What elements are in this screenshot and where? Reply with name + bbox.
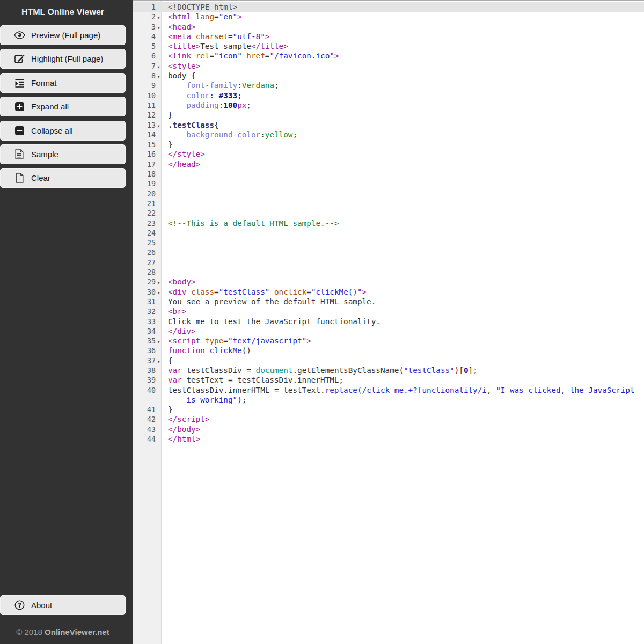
- code-line-24[interactable]: 24: [133, 228, 644, 238]
- code-token: function: [168, 346, 205, 355]
- sidebar-button-collapse-all[interactable]: Collapse all: [0, 121, 126, 141]
- line-number: 13: [133, 121, 156, 130]
- code-line-10[interactable]: 10 color: #333;: [133, 91, 644, 100]
- fold-arrow-icon[interactable]: ▾: [156, 13, 162, 23]
- code-token: [168, 101, 186, 109]
- code-token: <!DOCTYPE html>: [168, 3, 237, 11]
- copyright-site: OnlineViewer.net: [45, 627, 109, 636]
- code-line-37[interactable]: 37▾{: [133, 356, 644, 365]
- line-number: 36: [133, 346, 156, 356]
- code-line-3[interactable]: 3▾<head>: [133, 22, 644, 32]
- code-line-18[interactable]: 18: [133, 169, 644, 179]
- code-text: </style>: [162, 150, 205, 158]
- code-token: </title>: [251, 42, 288, 50]
- code-token: [168, 91, 186, 100]
- code-line-40[interactable]: 40testClassDiv.innerHTML = testText.repl…: [133, 385, 644, 395]
- code-token: "text/javascript": [228, 336, 306, 345]
- code-line-42[interactable]: 42</script>: [133, 414, 644, 424]
- code-line-2[interactable]: 2▾<html lang="en">: [133, 12, 644, 21]
- code-line-38[interactable]: 38var testClassDiv = document.getElement…: [133, 365, 644, 375]
- code-token: >: [265, 32, 270, 41]
- code-token: =: [223, 336, 228, 345]
- sidebar-button-sample[interactable]: Sample: [0, 144, 126, 164]
- sidebar-button-preview[interactable]: Preview (Full page): [0, 25, 126, 45]
- code-token: document: [256, 366, 293, 375]
- fold-arrow-icon[interactable]: ▾: [156, 278, 162, 288]
- code-text: }: [162, 405, 173, 414]
- blank-page-icon: [13, 173, 25, 184]
- code-line-17[interactable]: 17</head>: [133, 159, 644, 169]
- code-line-4[interactable]: 4<meta charset="utf-8">: [133, 32, 644, 41]
- code-line-15[interactable]: 15}: [133, 140, 644, 149]
- code-token: <meta: [168, 32, 196, 41]
- code-line-23[interactable]: 23<!--This is a default HTML sample.-->: [133, 218, 644, 228]
- line-number: 38: [133, 366, 156, 376]
- code-line-30[interactable]: 30▾<div class="testClass" onclick="click…: [133, 287, 644, 297]
- code-line-41[interactable]: 41}: [133, 405, 644, 414]
- code-line-36[interactable]: 36function clickMe(): [133, 346, 644, 355]
- code-line-27[interactable]: 27: [133, 258, 644, 267]
- code-line-32[interactable]: 32<br>: [133, 306, 644, 316]
- sidebar-button-highlight[interactable]: Highlight (Full page): [0, 49, 126, 69]
- code-line-19[interactable]: 19: [133, 179, 644, 188]
- code-line-20[interactable]: 20: [133, 189, 644, 199]
- line-number: 15: [133, 140, 156, 150]
- code-line-8[interactable]: 8▾body {: [133, 71, 644, 80]
- code-line-39[interactable]: 39var testText = testClassDiv.innerHTML;: [133, 375, 644, 385]
- code-text: <div class="testClass" onclick="clickMe(…: [162, 288, 367, 296]
- code-text: <script type="text/javascript">: [162, 336, 311, 345]
- sidebar-button-expand-all[interactable]: Expand all: [0, 97, 126, 116]
- line-number: 29: [133, 277, 156, 287]
- code-text: [162, 179, 168, 188]
- code-line-25[interactable]: 25: [133, 238, 644, 247]
- sidebar-button-clear[interactable]: Clear: [0, 168, 126, 188]
- code-token: font-family: [186, 81, 237, 90]
- code-line-7[interactable]: 7▾<style>: [133, 61, 644, 71]
- code-line-14[interactable]: 14 background-color:yellow;: [133, 130, 644, 140]
- sidebar-button-label: Preview (Full page): [31, 31, 100, 40]
- code-line-wrap[interactable]: is working");: [133, 395, 644, 405]
- code-token: "icon": [214, 52, 242, 60]
- code-token: testClassDiv =: [182, 366, 256, 375]
- code-line-11[interactable]: 11 padding:100px;: [133, 100, 644, 110]
- code-token: type: [205, 336, 223, 345]
- code-line-1[interactable]: 1<!DOCTYPE html>: [133, 2, 644, 12]
- format-icon: [13, 77, 25, 88]
- code-text: color: #333;: [162, 91, 242, 100]
- line-number: 31: [133, 297, 156, 307]
- code-token: ;: [292, 130, 297, 139]
- code-text: [162, 209, 168, 217]
- code-line-28[interactable]: 28: [133, 267, 644, 277]
- code-line-9[interactable]: 9 font-family:Verdana;: [133, 80, 644, 90]
- code-line-13[interactable]: 13▾.testClass{: [133, 120, 644, 130]
- code-line-44[interactable]: 44</html>: [133, 434, 644, 444]
- code-token: /click me.+?functionality/i: [362, 386, 487, 394]
- sidebar-button-format[interactable]: Format: [0, 73, 126, 93]
- line-number: 17: [133, 160, 156, 170]
- copyright-year: © 2018: [16, 627, 45, 636]
- code-line-29[interactable]: 29▾<body>: [133, 277, 644, 287]
- code-token: [168, 396, 186, 404]
- code-line-6[interactable]: 6<link rel="icon" href="/favicon.ico">: [133, 51, 644, 61]
- code-line-5[interactable]: 5<title>Test sample</title>: [133, 41, 644, 51]
- code-line-22[interactable]: 22: [133, 208, 644, 218]
- line-number: 22: [133, 209, 156, 218]
- sidebar: HTML Online Viewer Preview (Full page)Hi…: [0, 0, 133, 644]
- code-token: charset: [196, 32, 228, 41]
- code-token: "I was clicked, the JavaScript: [496, 386, 634, 394]
- code-line-33[interactable]: 33Click me to test the JavaScript functi…: [133, 317, 644, 326]
- code-text: </head>: [162, 160, 200, 169]
- code-line-31[interactable]: 31You see a preview of the default HTML …: [133, 297, 644, 306]
- code-token: yellow: [265, 130, 293, 139]
- sidebar-button-label: Sample: [31, 150, 58, 159]
- code-line-26[interactable]: 26: [133, 247, 644, 257]
- code-editor[interactable]: 1<!DOCTYPE html>2▾<html lang="en">3▾<hea…: [133, 0, 644, 644]
- code-line-21[interactable]: 21: [133, 199, 644, 208]
- code-token: ;: [274, 81, 279, 90]
- code-line-34[interactable]: 34</div>: [133, 326, 644, 336]
- code-line-35[interactable]: 35▾<script type="text/javascript">: [133, 336, 644, 346]
- code-line-16[interactable]: 16</style>: [133, 149, 644, 159]
- about-button[interactable]: ? About: [0, 595, 126, 615]
- code-line-43[interactable]: 43</body>: [133, 425, 644, 434]
- code-line-12[interactable]: 12}: [133, 110, 644, 120]
